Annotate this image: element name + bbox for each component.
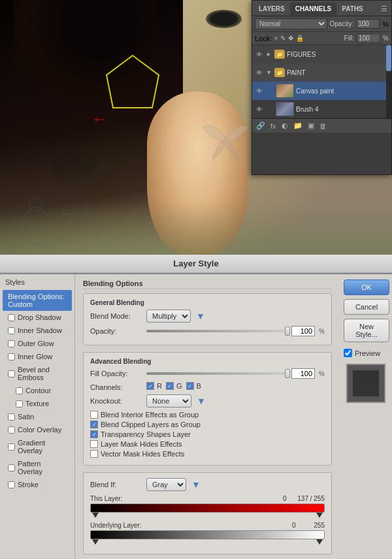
pattern-overlay-checkbox[interactable]	[8, 464, 15, 471]
knockout-select[interactable]: None Shallow Deep	[146, 394, 191, 407]
drop-shadow-checkbox[interactable]	[8, 314, 15, 321]
channel-b-checkbox[interactable]: ✓	[186, 382, 194, 390]
opacity-input[interactable]	[356, 19, 380, 29]
blend-clipped-checkbox[interactable]: ✓	[90, 421, 98, 428]
style-contour[interactable]: Contour	[3, 384, 72, 397]
opacity-unit: %	[382, 20, 389, 28]
layer-mask-checkbox[interactable]	[90, 440, 98, 448]
layer-mask-group[interactable]: Layer Mask Hides Effects	[90, 440, 325, 448]
opacity-slider-track[interactable]	[146, 330, 287, 332]
layers-scrollbar[interactable]	[386, 45, 391, 118]
fill-opacity-row: Fill Opacity: %	[90, 368, 325, 379]
fill-opacity-slider-track[interactable]	[146, 372, 287, 375]
fill-input[interactable]	[357, 33, 380, 43]
expand-figures[interactable]: ►	[266, 51, 272, 57]
svg-marker-0	[106, 56, 159, 108]
style-content: Blending Options General Blending Blend …	[75, 274, 340, 559]
style-texture[interactable]: Texture	[3, 397, 72, 410]
inner-shadow-checkbox[interactable]	[8, 327, 15, 334]
blending-options-section-title: Blending Options	[83, 280, 332, 289]
lock-icon[interactable]: ▿	[274, 35, 278, 42]
fill-opacity-slider-thumb[interactable]	[285, 369, 290, 378]
style-satin[interactable]: Satin	[3, 410, 72, 423]
fill-opacity-slider-container[interactable]	[146, 372, 287, 375]
blend-clipped-group[interactable]: ✓ Blend Clipped Layers as Group	[90, 421, 325, 428]
opacity-form-input[interactable]	[291, 326, 315, 336]
preview-checkbox[interactable]	[344, 349, 352, 357]
layer-paint[interactable]: 👁 ▼ 📁 PAINT	[252, 63, 391, 82]
outer-glow-checkbox[interactable]	[8, 340, 15, 347]
tab-paths[interactable]: PATHS	[336, 3, 368, 15]
channel-g-group[interactable]: ✓ G	[166, 382, 182, 390]
stroke-checkbox[interactable]	[8, 481, 15, 488]
new-style-button[interactable]: New Style...	[344, 319, 389, 342]
folder-figures-icon: 📁	[274, 50, 285, 59]
blend-interior-checkbox[interactable]	[90, 411, 98, 419]
blend-interior-group[interactable]: Blend Interior Effects as Group	[90, 411, 325, 419]
channel-r-checkbox[interactable]: ✓	[146, 382, 154, 390]
move-icon[interactable]: ✥	[288, 35, 293, 42]
underlying-layer-slider[interactable]	[90, 530, 325, 539]
style-bevel-emboss[interactable]: Bevel and Emboss	[3, 363, 72, 384]
trash-icon[interactable]: 🗑	[318, 121, 329, 131]
color-overlay-label: Color Overlay	[18, 426, 61, 434]
layer-canvas-paint[interactable]: 👁 Canvas paint	[252, 82, 391, 100]
style-outer-glow[interactable]: Outer Glow	[3, 337, 72, 350]
style-stroke[interactable]: Stroke	[3, 478, 72, 491]
fill-opacity-input[interactable]	[291, 368, 315, 379]
style-pattern-overlay[interactable]: Pattern Overlay	[3, 457, 72, 478]
tab-layers[interactable]: LAYERS	[253, 3, 290, 15]
channel-b-group[interactable]: ✓ B	[186, 382, 201, 390]
blend-if-select[interactable]: Gray Red Green Blue	[146, 478, 186, 491]
adjust-icon[interactable]: ◐	[280, 121, 290, 131]
transparency-shapes-group[interactable]: ✓ Transparency Shapes Layer	[90, 430, 325, 438]
channel-r-group[interactable]: ✓ R	[146, 382, 162, 390]
color-overlay-checkbox[interactable]	[8, 426, 15, 434]
transparency-shapes-checkbox[interactable]: ✓	[90, 430, 98, 438]
vector-mask-group[interactable]: Vector Mask Hides Effects	[90, 450, 325, 458]
gradient-overlay-checkbox[interactable]	[8, 443, 15, 451]
padlock-icon[interactable]: 🔒	[296, 35, 304, 42]
visibility-brush4[interactable]: 👁	[255, 104, 264, 114]
inner-glow-checkbox[interactable]	[8, 353, 15, 360]
link-icon[interactable]: 🔗	[254, 121, 267, 131]
expand-paint[interactable]: ▼	[266, 69, 272, 76]
scrollbar-thumb[interactable]	[386, 45, 391, 71]
style-inner-glow[interactable]: Inner Glow	[3, 350, 72, 363]
this-layer-red-arrow: →	[235, 503, 245, 515]
layer-brush4[interactable]: 👁 Brush 4	[252, 100, 391, 118]
layer-style-title: Layer Style	[0, 255, 392, 273]
panel-menu-icon[interactable]: ☰	[378, 2, 390, 16]
cancel-button[interactable]: Cancel	[344, 299, 389, 315]
visibility-figures[interactable]: 👁	[255, 50, 264, 59]
style-gradient-overlay[interactable]: Gradient Overlay	[3, 436, 72, 457]
visibility-paint[interactable]: 👁	[255, 68, 264, 77]
tab-channels[interactable]: CHANNELS	[290, 3, 337, 15]
visibility-canvas-paint[interactable]: 👁	[255, 86, 264, 95]
satin-checkbox[interactable]	[8, 413, 15, 421]
new-layer-icon[interactable]: ▣	[306, 121, 316, 131]
style-blending-options[interactable]: Blending Options: Custom	[3, 290, 72, 311]
texture-checkbox[interactable]	[16, 400, 23, 407]
style-drop-shadow[interactable]: Drop Shadow	[3, 311, 72, 324]
blend-mode-form-select[interactable]: Multiply Normal Screen	[146, 310, 191, 323]
paint-icon[interactable]: ✎	[280, 35, 286, 42]
style-color-overlay[interactable]: Color Overlay	[3, 423, 72, 436]
blend-mode-arrow: ▼	[196, 311, 205, 321]
layer-figures[interactable]: 👁 ► 📁 FIGURES	[252, 45, 391, 63]
this-layer-slider[interactable]: →	[90, 503, 325, 513]
lock-label: Lock:	[255, 35, 272, 42]
fx-icon[interactable]: fx	[269, 121, 278, 131]
ok-button[interactable]: OK	[344, 280, 389, 295]
contour-checkbox[interactable]	[16, 387, 23, 394]
bevel-emboss-checkbox[interactable]	[8, 370, 15, 377]
opacity-slider-thumb[interactable]	[285, 327, 290, 336]
vector-mask-checkbox[interactable]	[90, 450, 98, 458]
opacity-slider-container[interactable]	[146, 330, 287, 332]
channel-g-checkbox[interactable]: ✓	[166, 382, 174, 390]
new-folder-icon[interactable]: 📁	[291, 121, 304, 131]
blend-interior-label: Blend Interior Effects as Group	[101, 411, 199, 419]
blend-mode-select[interactable]: Normal Multiply	[255, 18, 327, 29]
panel-bottom-bar: 🔗 fx ◐ 📁 ▣ 🗑	[252, 118, 391, 133]
style-inner-shadow[interactable]: Inner Shadow	[3, 324, 72, 337]
